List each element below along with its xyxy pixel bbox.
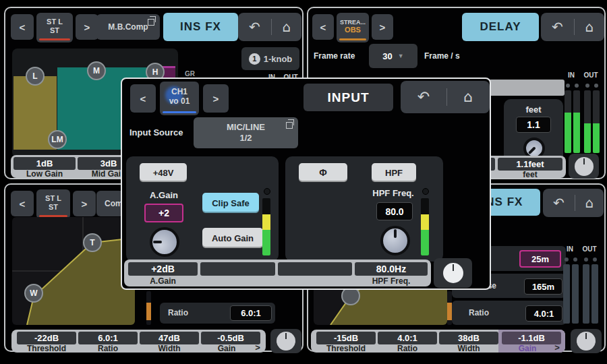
next-channel-button[interactable]: > xyxy=(203,84,229,113)
ratio-row-value[interactable]: 6.0:1 xyxy=(230,305,272,321)
tab-delay[interactable]: DELAY xyxy=(462,13,539,41)
next-channel-button[interactable]: > xyxy=(73,191,96,216)
next-channel-button[interactable]: > xyxy=(76,14,98,40)
frame-unit-label: Frame / s xyxy=(424,51,460,61)
undo-icon[interactable]: ↶ xyxy=(249,20,260,34)
in-meter-l xyxy=(565,90,571,153)
divider xyxy=(574,19,575,34)
channel-select-button[interactable]: ST L ST xyxy=(36,13,73,42)
peak-led xyxy=(575,84,579,88)
empty-cell[interactable] xyxy=(200,262,275,276)
footer-knob-button[interactable] xyxy=(569,154,599,179)
level-meter xyxy=(421,198,429,255)
channel-select-button[interactable]: STREA... OBS xyxy=(337,13,369,42)
low-gain-label: Low Gain xyxy=(13,169,76,179)
home-icon[interactable]: ⌂ xyxy=(282,20,291,34)
footer-knob-button[interactable] xyxy=(571,329,602,353)
divider xyxy=(271,19,272,34)
threshold-handle[interactable]: T xyxy=(83,233,102,252)
home-icon[interactable]: ⌂ xyxy=(585,196,594,210)
undo-icon[interactable]: ↶ xyxy=(552,20,563,34)
channel-name-line1: STREA... xyxy=(340,19,366,26)
tab-ins-fx[interactable]: INS FX xyxy=(163,13,238,41)
ratio-row[interactable]: Ratio 4.0:1 xyxy=(452,301,566,325)
again-value[interactable]: +2 xyxy=(144,204,183,222)
width-handle[interactable]: W xyxy=(24,284,43,303)
phantom-48v-button[interactable]: +48V xyxy=(140,163,187,182)
delay-feet-value[interactable]: 1.1feet xyxy=(498,158,562,171)
empty-cell[interactable] xyxy=(278,262,352,276)
hpf-button[interactable]: HPF xyxy=(372,163,416,182)
hpf-freq-value[interactable]: 80.0 xyxy=(376,202,413,220)
gr-meter xyxy=(447,291,452,325)
threshold-label: Threshold xyxy=(17,344,76,353)
hpf-freq-knob[interactable] xyxy=(380,226,410,255)
ratio-value[interactable]: 4.0:1 xyxy=(378,332,437,344)
param-footer-bar: -15dB Threshold 4.0:1 Ratio 38dB Width -… xyxy=(311,330,565,353)
level-meter xyxy=(262,198,270,255)
divider xyxy=(446,88,447,106)
channel-select-button[interactable]: ST L ST xyxy=(36,189,70,219)
mid-band-handle[interactable]: M xyxy=(87,61,106,80)
nav-group: ↶ ⌂ xyxy=(541,13,604,41)
nav-group: ↶ ⌂ xyxy=(543,189,604,217)
low-mid-crossover-handle[interactable]: LM xyxy=(48,130,67,149)
frame-rate-dropdown[interactable]: 30 ▼ xyxy=(369,44,417,68)
ratio-row-value[interactable]: 4.0:1 xyxy=(525,305,562,322)
release-value[interactable]: 165m xyxy=(524,278,562,295)
next-channel-button[interactable]: > xyxy=(372,14,393,40)
home-icon[interactable]: ⌂ xyxy=(585,20,594,34)
feet-unit-label: feet xyxy=(504,104,563,115)
mixer-screen: < ST L ST > M.B.Comp INS FX ↶ ⌂ L M H LM xyxy=(0,0,607,364)
ratio-value[interactable]: 6.0:1 xyxy=(78,332,138,344)
gain-value[interactable]: -0.5dB xyxy=(201,332,260,344)
in-meter-r xyxy=(573,90,580,153)
prev-channel-button[interactable]: < xyxy=(312,14,334,40)
again-footer-label: A.Gain xyxy=(128,276,198,286)
preset-button[interactable]: M.B.Comp xyxy=(96,14,160,40)
footer-knob-button[interactable] xyxy=(434,258,472,288)
peak-led xyxy=(264,188,270,195)
channel-select-button[interactable]: CH1 vo 01 xyxy=(160,82,199,115)
home-icon[interactable]: ⌂ xyxy=(463,90,473,104)
divider xyxy=(575,195,575,210)
gain-label: Gain xyxy=(502,344,553,353)
hpf-section: Φ HPF HPF Freq. 80.0 xyxy=(285,156,443,262)
auto-gain-button[interactable]: Auto Gain xyxy=(202,228,263,248)
clip-safe-button[interactable]: Clip Safe xyxy=(202,193,259,213)
attack-value[interactable]: 25m xyxy=(519,250,561,268)
one-knob-button[interactable]: 1 1-knob xyxy=(241,47,299,70)
peak-led xyxy=(593,257,597,262)
undo-icon[interactable]: ↶ xyxy=(553,196,565,210)
footer-knob-button[interactable] xyxy=(270,329,301,353)
hpf-footer-value[interactable]: 80.0Hz xyxy=(355,262,428,276)
again-footer-value[interactable]: +2dB xyxy=(128,262,198,276)
low-band-handle[interactable]: L xyxy=(26,67,45,86)
out-meter-l xyxy=(583,264,589,324)
width-value[interactable]: 38dB xyxy=(439,332,498,344)
one-knob-label: 1-knob xyxy=(264,54,293,64)
feet-value[interactable]: 1.1 xyxy=(516,117,551,133)
width-value[interactable]: 47dB xyxy=(140,332,199,344)
input-overlay: < CH1 vo 01 > INPUT ↶ ⌂ Input Source MIC… xyxy=(121,78,491,290)
ratio-row[interactable]: Ratio 6.0:1 xyxy=(160,303,275,324)
prev-channel-button[interactable]: < xyxy=(11,191,34,216)
input-source-line1: MIC/LINE xyxy=(227,122,265,133)
threshold-value[interactable]: -22dB xyxy=(17,332,76,344)
input-source-label: Input Source xyxy=(129,127,183,138)
more-params-arrow[interactable]: > xyxy=(253,342,262,353)
param-footer-bar: 1.1feet feet xyxy=(478,156,566,178)
low-gain-value[interactable]: 1dB xyxy=(13,157,76,170)
input-source-button[interactable]: MIC/LINE 1/2 xyxy=(194,117,298,148)
again-knob[interactable] xyxy=(150,227,179,257)
peak-led xyxy=(565,257,569,262)
prev-channel-button[interactable]: < xyxy=(130,84,156,113)
ratio-label: Ratio xyxy=(78,344,138,353)
param-footer-bar: +2dB A.Gain 80.0Hz HPF Freq. xyxy=(124,260,431,286)
undo-icon[interactable]: ↶ xyxy=(417,90,430,104)
threshold-value[interactable]: -15dB xyxy=(316,332,376,344)
phase-button[interactable]: Φ xyxy=(299,163,347,182)
prev-channel-button[interactable]: < xyxy=(11,14,34,40)
width-label: Width xyxy=(140,344,199,353)
more-params-arrow[interactable]: > xyxy=(552,342,562,353)
